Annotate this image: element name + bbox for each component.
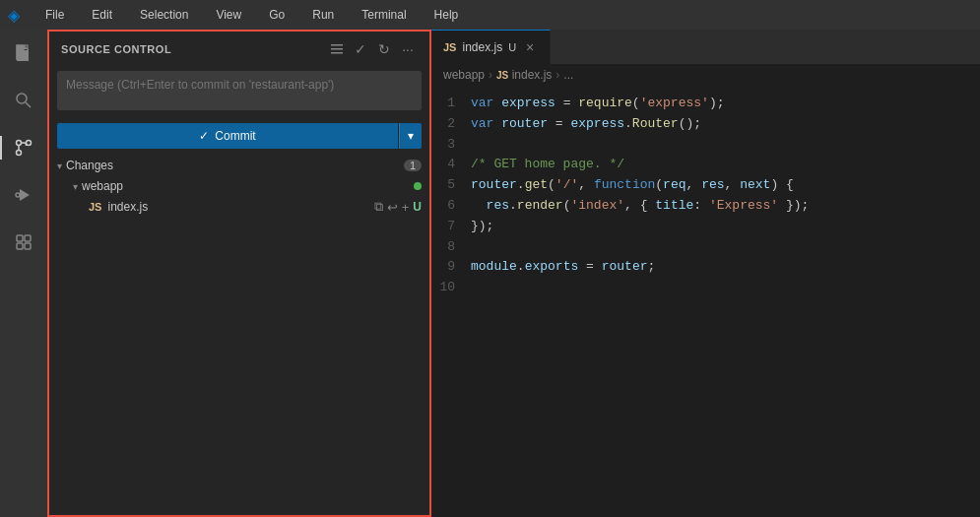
line-number-7: 7 <box>431 217 471 237</box>
code-line-9: 9 module.exports = router; <box>431 257 980 278</box>
code-line-2: 2 var router = express.Router(); <box>431 114 980 135</box>
menu-go[interactable]: Go <box>263 6 291 24</box>
svg-rect-15 <box>331 52 343 54</box>
line-content-5[interactable]: router.get('/', function(req, res, next)… <box>471 175 980 196</box>
code-line-1: 1 var express = require('express'); <box>431 94 980 114</box>
webapp-folder-item[interactable]: ▾ webapp <box>49 176 429 196</box>
explorer-icon[interactable] <box>8 37 39 69</box>
line-content-1[interactable]: var express = require('express'); <box>471 94 980 114</box>
scm-icon[interactable] <box>8 132 39 163</box>
code-line-8: 8 <box>431 237 980 258</box>
breadcrumb-sep1: › <box>489 68 492 82</box>
open-file-icon[interactable]: ⧉ <box>374 199 383 215</box>
commit-checkmark-icon: ✓ <box>199 129 209 143</box>
tab-close-button[interactable]: × <box>522 39 538 55</box>
svg-marker-7 <box>20 189 30 201</box>
breadcrumb-more[interactable]: ... <box>563 68 573 82</box>
svg-point-4 <box>17 141 22 146</box>
menu-view[interactable]: View <box>210 6 247 24</box>
line-number-8: 8 <box>431 237 471 258</box>
tab-filename: index.js <box>462 40 502 54</box>
folder-name: webapp <box>82 179 123 193</box>
menu-terminal[interactable]: Terminal <box>356 6 412 24</box>
commit-label: Commit <box>215 129 255 143</box>
svg-point-6 <box>17 151 22 156</box>
panel-checkmark-icon[interactable]: ✓ <box>351 39 370 59</box>
changes-label: Changes <box>66 159 113 172</box>
commit-button[interactable]: ✓ Commit <box>57 123 398 149</box>
menu-help[interactable]: Help <box>428 6 465 24</box>
breadcrumb-filename: index.js <box>512 68 553 82</box>
changes-header[interactable]: ▾ Changes 1 <box>49 155 429 176</box>
message-input-wrap <box>49 67 429 117</box>
index-js-tab[interactable]: JS index.js U × <box>431 30 551 64</box>
breadcrumb-sep2: › <box>555 68 559 82</box>
line-content-4: /* GET home page. */ <box>471 155 980 175</box>
panel-refresh-icon[interactable]: ↻ <box>374 39 394 59</box>
line-content-2[interactable]: var router = express.Router(); <box>471 114 980 135</box>
svg-point-5 <box>27 141 32 146</box>
menu-file[interactable]: File <box>39 6 70 24</box>
stage-changes-icon[interactable]: + <box>402 200 410 215</box>
line-number-5: 5 <box>431 175 471 196</box>
source-control-panel: SOURCE CONTROL ✓ ↻ ··· ✓ Commit <box>47 30 431 517</box>
svg-rect-14 <box>331 48 343 50</box>
main-area: SOURCE CONTROL ✓ ↻ ··· ✓ Commit <box>0 30 980 517</box>
vscode-logo-icon: ◈ <box>8 6 20 25</box>
line-content-6[interactable]: res.render('index', { title: 'Express' }… <box>471 196 980 217</box>
index-js-file-item[interactable]: JS index.js ⧉ ↩ + U <box>49 196 429 218</box>
line-number-1: 1 <box>431 94 471 114</box>
menu-bar: ◈ File Edit Selection View Go Run Termin… <box>0 0 980 30</box>
svg-rect-13 <box>331 44 343 46</box>
changes-chevron-icon: ▾ <box>57 161 62 171</box>
folder-chevron-icon: ▾ <box>73 181 78 192</box>
file-status-badge: U <box>413 200 422 214</box>
panel-header: SOURCE CONTROL ✓ ↻ ··· <box>49 32 429 67</box>
menu-run[interactable]: Run <box>306 6 340 24</box>
svg-point-2 <box>17 94 27 103</box>
commit-dropdown-button[interactable]: ▾ <box>399 123 422 149</box>
breadcrumb-file[interactable]: JS index.js <box>496 68 552 82</box>
menu-selection[interactable]: Selection <box>134 6 194 24</box>
code-line-4: 4 /* GET home page. */ <box>431 155 980 175</box>
breadcrumb-js-icon: JS <box>496 70 508 81</box>
line-number-6: 6 <box>431 196 471 217</box>
changes-section: ▾ Changes 1 ▾ webapp JS index.js ⧉ <box>49 155 429 218</box>
code-line-7: 7 }); <box>431 217 980 237</box>
panel-list-icon[interactable] <box>327 39 347 59</box>
changes-count-badge: 1 <box>404 160 422 171</box>
tab-bar: JS index.js U × <box>431 30 980 64</box>
activity-bar <box>0 30 47 517</box>
menu-edit[interactable]: Edit <box>86 6 118 24</box>
line-number-4: 4 <box>431 155 471 175</box>
panel-more-icon[interactable]: ··· <box>398 39 418 59</box>
line-content-9[interactable]: module.exports = router; <box>471 257 980 278</box>
editor-area: JS index.js U × webapp › JS index.js › .… <box>431 30 980 517</box>
line-number-10: 10 <box>431 278 471 298</box>
file-left: JS index.js <box>89 200 148 214</box>
debug-icon[interactable] <box>8 179 39 211</box>
folder-left: ▾ webapp <box>73 179 123 193</box>
panel-actions: ✓ ↻ ··· <box>327 39 418 59</box>
tab-modified-badge: U <box>508 41 516 53</box>
code-editor: 1 var express = require('express'); 2 va… <box>431 86 980 517</box>
code-line-6: 6 res.render('index', { title: 'Express'… <box>431 196 980 217</box>
line-content-8 <box>471 237 980 258</box>
breadcrumb: webapp › JS index.js › ... <box>431 64 980 86</box>
file-actions: ⧉ ↩ + U <box>374 199 422 215</box>
line-content-10 <box>471 278 980 298</box>
commit-btn-wrap: ✓ Commit ▾ <box>49 117 429 155</box>
folder-status-dot <box>414 182 422 190</box>
breadcrumb-webapp[interactable]: webapp <box>443 68 485 82</box>
changes-left: ▾ Changes <box>57 159 113 172</box>
tab-js-icon: JS <box>443 41 456 53</box>
line-number-2: 2 <box>431 114 471 135</box>
discard-changes-icon[interactable]: ↩ <box>387 200 398 215</box>
svg-rect-10 <box>25 235 31 241</box>
search-icon[interactable] <box>8 85 39 116</box>
commit-message-input[interactable] <box>57 71 422 110</box>
file-name: index.js <box>107 200 148 214</box>
line-content-3 <box>471 135 980 156</box>
chevron-down-icon: ▾ <box>408 129 414 143</box>
extensions-icon[interactable] <box>8 226 39 258</box>
